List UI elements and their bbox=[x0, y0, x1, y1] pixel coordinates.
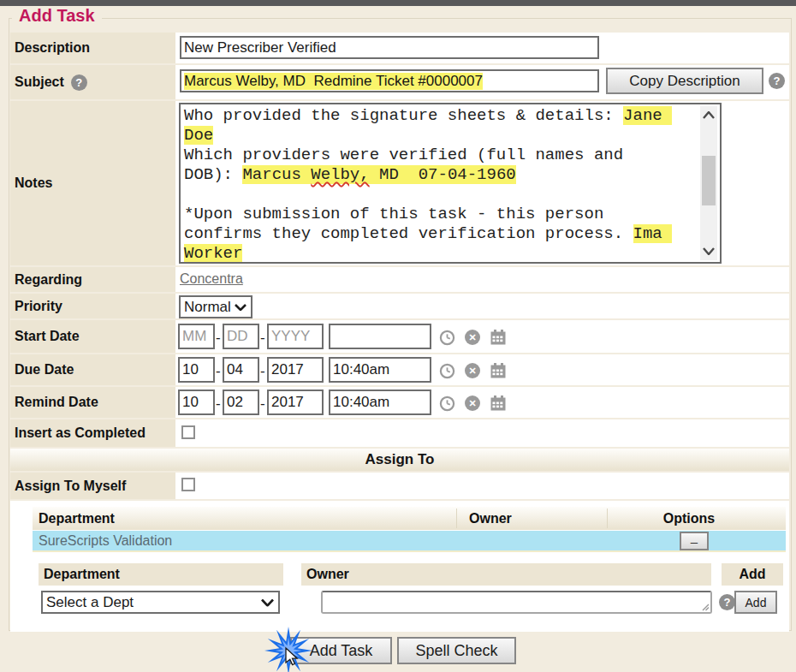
start-date-clock-icon[interactable] bbox=[439, 330, 455, 346]
description-label: Description bbox=[10, 33, 175, 63]
start-date-calendar-icon[interactable] bbox=[490, 329, 507, 346]
copy-description-button[interactable]: Copy Description bbox=[606, 68, 763, 94]
page-title: Add Task bbox=[12, 6, 102, 26]
notes-scrollbar[interactable] bbox=[700, 106, 717, 260]
assignments-col-department: Department bbox=[39, 511, 115, 526]
add-owner-header: Owner bbox=[301, 563, 711, 586]
department-selected-value: Select a Dept bbox=[46, 594, 134, 611]
subject-input-text: Marcus Welby, MD Redmine Ticket #0000007 bbox=[184, 73, 483, 90]
add-owner-header-text: Owner bbox=[306, 567, 349, 582]
date-separator: - bbox=[260, 395, 265, 413]
add-dept-header: Department bbox=[39, 563, 283, 586]
remind-date-clock-icon[interactable] bbox=[439, 395, 455, 412]
assignments-col-owner: Owner bbox=[469, 511, 512, 526]
remind-date-clear-icon[interactable]: ✕ bbox=[465, 395, 480, 411]
top-bar bbox=[0, 0, 796, 6]
insert-completed-label: Insert as Completed bbox=[10, 419, 175, 447]
due-date-year-input[interactable] bbox=[267, 357, 324, 383]
add-dept-header-text: Department bbox=[44, 567, 120, 582]
start-date-year-input[interactable] bbox=[267, 324, 324, 349]
scroll-down-icon[interactable] bbox=[703, 247, 715, 255]
due-date-label-text: Due Date bbox=[15, 362, 74, 378]
chevron-down-icon bbox=[261, 598, 274, 606]
subject-help-icon[interactable]: ? bbox=[71, 74, 87, 91]
date-separator: - bbox=[260, 330, 265, 347]
due-date-clock-icon[interactable] bbox=[439, 363, 455, 379]
subject-input[interactable]: Marcus Welby, MD Redmine Ticket #0000007 bbox=[180, 69, 599, 92]
notes-label-text: Notes bbox=[15, 175, 52, 191]
regarding-label: Regarding bbox=[10, 267, 175, 292]
date-separator: - bbox=[260, 363, 265, 380]
regarding-label-text: Regarding bbox=[15, 272, 82, 288]
scroll-up-icon[interactable] bbox=[703, 111, 715, 119]
chevron-down-icon bbox=[235, 304, 247, 311]
insert-completed-checkbox[interactable] bbox=[181, 425, 195, 439]
remind-date-month-input[interactable] bbox=[178, 390, 215, 415]
date-separator: - bbox=[216, 330, 221, 347]
due-date-calendar-icon[interactable] bbox=[490, 362, 507, 379]
assign-myself-label: Assign To Myself bbox=[10, 473, 175, 499]
click-indicator-burst bbox=[262, 625, 315, 672]
priority-selected-value: Normal bbox=[184, 299, 231, 316]
due-date-month-input[interactable] bbox=[178, 357, 215, 383]
notes-text: Who provided the signature sheets & deta… bbox=[184, 106, 679, 264]
scroll-thumb[interactable] bbox=[702, 156, 716, 205]
assign-myself-row bbox=[175, 473, 789, 499]
subject-label-text: Subject bbox=[15, 74, 64, 90]
owner-input[interactable] bbox=[321, 591, 712, 614]
assignments-table-header: Department Owner Options bbox=[33, 507, 786, 530]
remove-assignment-button[interactable]: – bbox=[680, 532, 709, 550]
priority-label: Priority bbox=[10, 294, 175, 318]
remind-date-label: Remind Date bbox=[10, 387, 175, 418]
remind-date-time-input[interactable] bbox=[329, 390, 431, 415]
start-date-month-input[interactable] bbox=[178, 324, 215, 349]
start-date-day-input[interactable] bbox=[223, 324, 259, 349]
insert-completed-row bbox=[175, 419, 789, 447]
description-input[interactable] bbox=[180, 36, 599, 59]
notes-textarea[interactable]: Who provided the signature sheets & deta… bbox=[179, 103, 722, 264]
assignment-department: SureScripts Validation bbox=[39, 533, 172, 549]
add-add-header: Add bbox=[722, 563, 783, 586]
priority-row bbox=[175, 294, 789, 318]
description-label-text: Description bbox=[15, 40, 90, 56]
assignments-col-options: Options bbox=[625, 511, 753, 526]
start-date-time-input[interactable] bbox=[329, 324, 431, 349]
due-date-time-input[interactable] bbox=[329, 357, 431, 383]
remind-date-calendar-icon[interactable] bbox=[490, 395, 507, 412]
resize-grip-icon[interactable] bbox=[702, 604, 710, 611]
start-date-label: Start Date bbox=[10, 320, 175, 353]
remind-date-year-input[interactable] bbox=[267, 390, 324, 415]
assign-myself-label-text: Assign To Myself bbox=[15, 479, 126, 494]
owner-help-icon[interactable]: ? bbox=[719, 594, 735, 610]
start-date-label-text: Start Date bbox=[15, 329, 80, 344]
add-add-header-text: Add bbox=[739, 567, 765, 582]
start-date-clear-icon[interactable]: ✕ bbox=[465, 330, 480, 345]
spell-check-button[interactable]: Spell Check bbox=[397, 637, 516, 664]
department-select[interactable]: Select a Dept bbox=[41, 591, 280, 614]
notes-label: Notes bbox=[10, 101, 175, 265]
add-assignment-button[interactable]: Add bbox=[734, 591, 777, 614]
subject-label: Subject ? bbox=[10, 65, 175, 99]
column-divider bbox=[607, 508, 608, 528]
remind-date-day-input[interactable] bbox=[223, 390, 259, 415]
date-separator: - bbox=[216, 363, 221, 380]
assign-myself-checkbox[interactable] bbox=[181, 478, 195, 491]
subject-row-help-icon[interactable]: ? bbox=[769, 73, 785, 89]
regarding-row bbox=[175, 267, 789, 292]
column-divider bbox=[456, 508, 457, 528]
remind-date-label-text: Remind Date bbox=[15, 395, 98, 410]
due-date-clear-icon[interactable]: ✕ bbox=[465, 363, 480, 378]
priority-label-text: Priority bbox=[15, 299, 62, 314]
priority-select[interactable]: Normal bbox=[179, 295, 252, 318]
assign-to-section-header: Assign To bbox=[10, 449, 789, 471]
assignment-row[interactable]: SureScripts Validation – bbox=[33, 531, 786, 552]
date-separator: - bbox=[216, 395, 221, 413]
insert-completed-label-text: Insert as Completed bbox=[15, 425, 146, 441]
regarding-link[interactable]: Concentra bbox=[180, 271, 243, 287]
due-date-day-input[interactable] bbox=[223, 357, 259, 383]
assign-to-section-title: Assign To bbox=[365, 451, 435, 468]
due-date-label: Due Date bbox=[10, 354, 175, 385]
